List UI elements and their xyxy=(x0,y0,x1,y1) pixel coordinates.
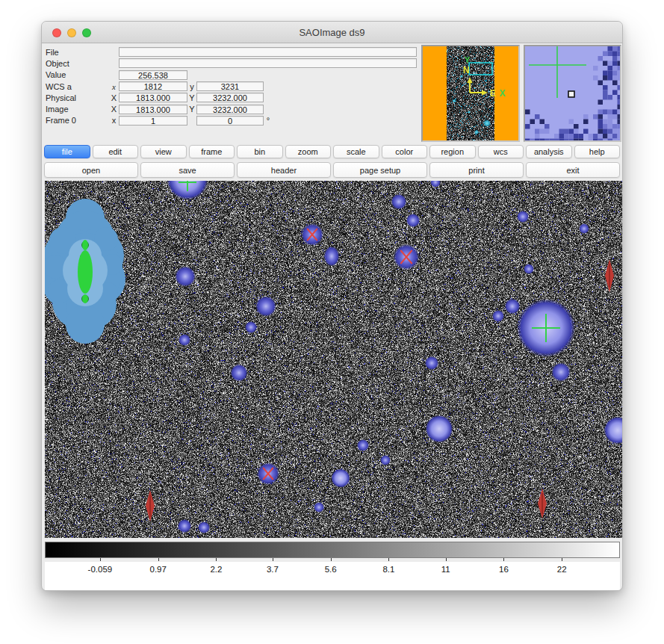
colorbar-tick-label: 16 xyxy=(499,565,509,574)
minimize-button[interactable] xyxy=(67,28,76,37)
menu-analysis[interactable]: analysis xyxy=(526,145,572,158)
wcs-y-letter: y xyxy=(187,82,196,91)
svg-text:Y: Y xyxy=(465,55,471,64)
physical-y-field[interactable]: 3232.000 xyxy=(196,93,264,102)
frame-zoom-field[interactable]: 1 xyxy=(119,116,187,126)
frame-row: Frame 0 x 1 0 ° xyxy=(46,115,419,126)
colorbar-tick xyxy=(446,558,447,561)
frame-label: Frame 0 xyxy=(46,116,109,125)
degree-symbol: ° xyxy=(264,116,273,125)
svg-text:E: E xyxy=(490,88,496,99)
colorbar-tick-label: 8.1 xyxy=(382,565,394,574)
object-field[interactable] xyxy=(119,58,417,68)
file-row: File xyxy=(46,46,419,58)
colorbar-tick-label: 3.7 xyxy=(267,565,279,574)
physical-label: Physical xyxy=(46,93,109,102)
colorbar-labels: -0.0590.972.23.75.68.1111622 xyxy=(45,562,620,578)
image-x-field[interactable]: 1813.000 xyxy=(119,105,187,114)
traffic-lights xyxy=(52,22,91,43)
physical-y-letter: Y xyxy=(187,93,196,102)
wcs-x-field[interactable]: 1812 xyxy=(119,81,187,91)
menu-wcs[interactable]: wcs xyxy=(478,145,524,158)
magnifier-crosshair xyxy=(525,46,620,140)
colorbar-section: -0.0590.972.23.75.68.1111622 xyxy=(45,542,620,578)
physical-x-letter: X xyxy=(109,93,119,102)
wcs-x-letter: x xyxy=(109,82,119,91)
image-x-letter: X xyxy=(109,105,119,114)
desktop: SAOImage ds9 File Object Value 256.538 xyxy=(0,0,664,644)
header-button[interactable]: header xyxy=(237,162,331,178)
value-row: Value 256.538 xyxy=(46,69,419,81)
physical-row: Physical X 1813.000 Y 3232.000 xyxy=(46,92,419,103)
menu-view[interactable]: view xyxy=(140,145,187,158)
value-field[interactable]: 256.538 xyxy=(119,70,187,80)
colorbar-tick xyxy=(503,558,504,561)
colorbar-tick xyxy=(388,558,389,561)
colorbar-tick-label: 5.6 xyxy=(325,565,337,574)
image-row: Image X 1813.000 Y 3232.000 xyxy=(46,103,419,114)
window-title: SAOImage ds9 xyxy=(42,27,622,38)
menu-color[interactable]: color xyxy=(382,145,428,158)
value-label: Value xyxy=(46,70,109,79)
command-bar: open save header page setup print exit xyxy=(42,160,622,179)
wcs-label: WCS a xyxy=(46,82,109,91)
menu-help[interactable]: help xyxy=(574,145,621,158)
menu-region[interactable]: region xyxy=(429,145,476,158)
panner-compass: YNEX xyxy=(423,46,518,140)
image-y-letter: Y xyxy=(187,105,196,114)
menu-bin[interactable]: bin xyxy=(237,145,283,158)
titlebar[interactable]: SAOImage ds9 xyxy=(42,22,622,43)
info-panel: File Object Value 256.538 WCS a x xyxy=(46,46,419,126)
wcs-y-field[interactable]: 3231 xyxy=(196,81,264,91)
image-y-field[interactable]: 3232.000 xyxy=(196,105,264,114)
frame-x-letter: x xyxy=(109,116,119,125)
sky-canvas[interactable] xyxy=(45,181,622,538)
menu-zoom[interactable]: zoom xyxy=(285,145,332,158)
menu-bar: file edit view frame bin zoom scale colo… xyxy=(42,143,622,160)
image-frame xyxy=(45,181,620,538)
colorbar-tick xyxy=(331,558,332,561)
menu-file[interactable]: file xyxy=(44,145,90,158)
menu-edit[interactable]: edit xyxy=(93,145,139,158)
colorbar-tick-label: 0.97 xyxy=(149,565,166,574)
panner-panel[interactable]: YNEX xyxy=(421,45,520,142)
colorbar-tick xyxy=(158,558,159,561)
colorbar-tick xyxy=(100,558,101,561)
zoom-button[interactable] xyxy=(82,28,91,37)
magnifier-panel[interactable] xyxy=(524,45,621,142)
colorbar-tick-label: 2.2 xyxy=(210,565,222,574)
exit-button[interactable]: exit xyxy=(526,162,620,178)
colorbar-tick-label: 11 xyxy=(441,565,450,574)
file-field[interactable] xyxy=(119,47,417,57)
info-section: File Object Value 256.538 WCS a x xyxy=(42,43,622,143)
object-label: Object xyxy=(46,59,109,68)
open-button[interactable]: open xyxy=(44,162,138,178)
menu-frame[interactable]: frame xyxy=(189,145,235,158)
page-setup-button[interactable]: page setup xyxy=(333,162,427,178)
colorbar-tick xyxy=(562,558,562,561)
frame-rotation-field[interactable]: 0 xyxy=(196,116,264,126)
save-button[interactable]: save xyxy=(140,162,235,178)
close-button[interactable] xyxy=(52,28,61,37)
svg-text:X: X xyxy=(500,88,506,99)
colorbar-tick xyxy=(273,558,273,561)
print-button[interactable]: print xyxy=(429,162,524,178)
menu-scale[interactable]: scale xyxy=(333,145,379,158)
file-label: File xyxy=(46,48,109,57)
image-label: Image xyxy=(46,105,109,114)
object-row: Object xyxy=(46,58,419,69)
wcs-row: WCS a x 1812 y 3231 xyxy=(46,81,419,92)
ds9-window: SAOImage ds9 File Object Value 256.538 xyxy=(41,21,623,591)
colorbar-tick-label: -0.059 xyxy=(88,565,113,574)
colorbar-tick xyxy=(216,558,217,561)
colorbar[interactable] xyxy=(45,542,620,558)
physical-x-field[interactable]: 1813.000 xyxy=(119,93,187,102)
colorbar-tick-label: 22 xyxy=(557,565,567,574)
svg-text:N: N xyxy=(463,65,470,75)
